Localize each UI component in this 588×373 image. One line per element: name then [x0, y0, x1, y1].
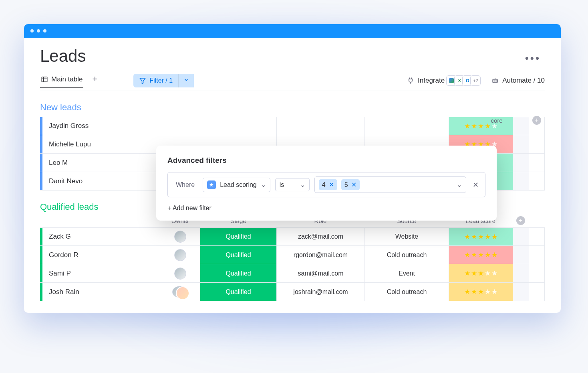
group-title-new-leads[interactable]: New leads [40, 102, 545, 113]
stage-cell[interactable]: Qualified [200, 246, 276, 264]
popover-title: Advanced filters [167, 156, 485, 165]
remove-tag-icon[interactable]: ✕ [329, 181, 334, 189]
svg-rect-0 [42, 77, 47, 82]
star-icon: ★ [471, 251, 477, 259]
star-icon: ★ [491, 288, 497, 296]
lead-name-cell[interactable]: Josh Rain [40, 283, 160, 301]
remove-tag-icon[interactable]: ✕ [351, 181, 356, 189]
table-row[interactable]: Gordon R Qualified rgordon@mail.com Cold… [40, 246, 545, 264]
avatar[interactable] [172, 286, 188, 298]
lead-score-cell[interactable]: ★★★★★ [449, 264, 513, 282]
role-cell[interactable]: joshrain@mail.com [276, 283, 364, 301]
tab-main-table[interactable]: Main table [40, 73, 83, 88]
trailing-cell [513, 228, 529, 245]
star-icon: ★ [478, 233, 484, 241]
filter-column-label: Lead scoring [220, 181, 257, 189]
stage-cell[interactable]: Qualified [200, 264, 276, 282]
avatar[interactable] [174, 231, 186, 243]
filter-operator-select[interactable]: is ⌄ [275, 178, 310, 191]
trailing-cell [513, 246, 529, 264]
lead-score-cell[interactable]: ★★★★★ [449, 228, 513, 245]
filter-where-label: Where [173, 181, 198, 189]
svg-point-6 [496, 81, 497, 81]
table-row[interactable]: Zack G Qualified zack@mail.com Website ★… [40, 227, 545, 246]
stage-cell[interactable]: Qualified [200, 283, 276, 301]
add-filter-button[interactable]: + Add new filter [167, 205, 485, 212]
add-tab-button[interactable]: + [92, 74, 97, 87]
lead-name-cell[interactable]: Leo M [40, 154, 160, 172]
owner-cell[interactable] [160, 286, 200, 298]
filter-button[interactable]: Filter / 1 [133, 74, 194, 87]
star-icon: ★ [207, 180, 216, 189]
window-dot-icon[interactable] [30, 29, 34, 32]
automate-button[interactable]: Automate / 10 [491, 77, 545, 85]
avatar[interactable] [174, 249, 186, 261]
star-icon: ★ [464, 288, 470, 296]
lead-name-cell[interactable]: Michelle Lupu [40, 135, 160, 153]
svg-point-5 [494, 81, 495, 81]
star-icon: ★ [491, 233, 497, 241]
window-dot-icon[interactable] [43, 29, 46, 32]
lead-name-cell[interactable]: Danit Nevo [40, 172, 160, 190]
filter-value-text: 4 [322, 181, 326, 189]
role-cell[interactable]: sami@mail.com [276, 264, 364, 282]
avatar[interactable] [174, 268, 186, 280]
source-cell[interactable]: Cold outreach [364, 246, 449, 264]
filter-caret-button[interactable] [178, 74, 194, 87]
star-icon: ★ [471, 269, 477, 278]
chevron-down-icon: ⌄ [300, 181, 305, 189]
role-cell[interactable]: rgordon@mail.com [276, 246, 364, 264]
filter-value-text: 5 [344, 181, 348, 189]
automate-label: Automate / 10 [502, 77, 545, 85]
chevron-down-icon: ⌄ [261, 181, 266, 189]
trailing-cell [513, 264, 529, 282]
lead-name-cell[interactable]: Gordon R [40, 246, 160, 264]
integration-more-count: +2 [470, 75, 481, 86]
owner-cell[interactable] [160, 249, 200, 261]
star-icon: ★ [491, 251, 497, 259]
add-column-button[interactable]: + [532, 116, 541, 125]
owner-cell[interactable] [160, 231, 200, 243]
lead-name: Zack G [42, 233, 71, 241]
more-menu-button[interactable]: ••• [525, 52, 541, 65]
star-icon: ★ [471, 233, 477, 241]
filter-column-select[interactable]: ★ Lead scoring ⌄ [203, 178, 270, 192]
filter-values-select[interactable]: 4 ✕ 5 ✕ ⌄ [314, 176, 466, 193]
stage-cell[interactable]: Qualified [200, 228, 276, 245]
role-cell[interactable] [276, 117, 364, 135]
remove-filter-row-button[interactable]: ✕ [471, 180, 480, 189]
lead-name: Jaydin Gross [42, 122, 89, 130]
source-cell[interactable]: Cold outreach [364, 283, 449, 301]
integrate-button[interactable]: Integrate [407, 77, 445, 85]
column-header-score[interactable]: core [465, 117, 529, 124]
lead-score-cell[interactable]: ★★★★★ [449, 246, 513, 264]
filter-value-tag[interactable]: 4 ✕ [319, 179, 337, 190]
owner-cell[interactable] [160, 268, 200, 280]
filter-operator-label: is [280, 181, 284, 189]
stage-cell[interactable] [200, 117, 276, 135]
role-cell[interactable]: zack@mail.com [276, 228, 364, 245]
trailing-cell [513, 283, 529, 301]
source-cell[interactable]: Event [364, 264, 449, 282]
table-row[interactable]: Sami P Qualified sami@mail.com Event ★★★… [40, 264, 545, 283]
source-cell[interactable]: Website [364, 228, 449, 245]
window-dot-icon[interactable] [37, 29, 40, 32]
lead-score-cell[interactable]: ★★★★★ [449, 283, 513, 301]
star-icon: ★ [491, 269, 497, 278]
table-row[interactable]: Josh Rain Qualified joshrain@mail.com Co… [40, 283, 545, 301]
trailing-cell [513, 172, 529, 190]
lead-name-cell[interactable]: Jaydin Gross [40, 117, 160, 135]
star-icon: ★ [478, 251, 484, 259]
filter-value-tag[interactable]: 5 ✕ [341, 179, 360, 190]
window-titlebar [24, 24, 561, 38]
star-icon: ★ [471, 288, 477, 296]
tab-label: Main table [51, 75, 83, 83]
lead-name: Gordon R [42, 251, 79, 259]
trailing-cell [513, 135, 529, 153]
source-cell[interactable] [364, 117, 449, 135]
lead-name-cell[interactable]: Sami P [40, 264, 160, 282]
integration-icons[interactable]: X O +2 [449, 75, 481, 86]
add-column-button[interactable]: + [516, 216, 525, 225]
lead-name-cell[interactable]: Zack G [40, 228, 160, 245]
star-icon: ★ [464, 233, 470, 241]
